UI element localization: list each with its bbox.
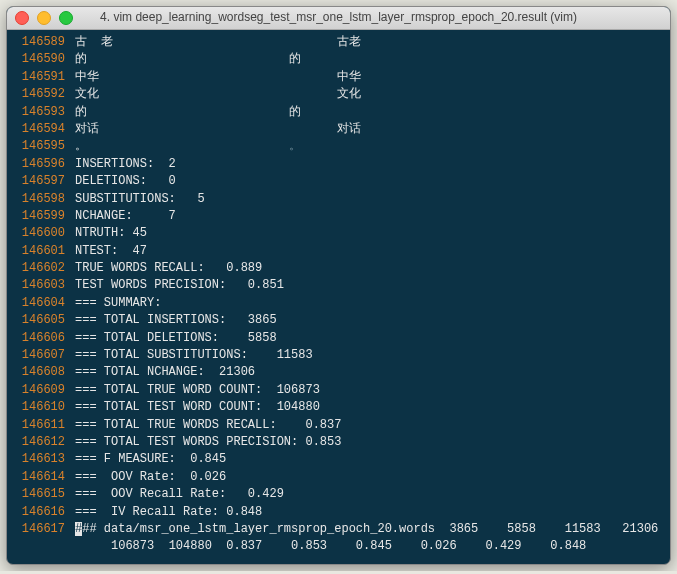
terminal-row: 146615=== OOV Recall Rate: 0.429 [7, 486, 670, 503]
line-content: 的 的 [75, 104, 670, 121]
terminal-row: 146617### data/msr_one_lstm_layer_rmspro… [7, 521, 670, 538]
close-icon[interactable] [15, 11, 29, 25]
line-content: === TOTAL INSERTIONS: 3865 [75, 312, 670, 329]
line-number: 146591 [7, 69, 75, 86]
terminal-content[interactable]: 146589古 老 古老146590的 的146591中华 中华146592文化… [7, 30, 670, 564]
line-number: 146604 [7, 295, 75, 312]
line-number: 146617 [7, 521, 75, 538]
terminal-row: 146599NCHANGE: 7 [7, 208, 670, 225]
line-content: === TOTAL TEST WORD COUNT: 104880 [75, 399, 670, 416]
minimize-icon[interactable] [37, 11, 51, 25]
terminal-row: 146606=== TOTAL DELETIONS: 5858 [7, 330, 670, 347]
terminal-row: 146616=== IV Recall Rate: 0.848 [7, 504, 670, 521]
terminal-row: 146594对话 对话 [7, 121, 670, 138]
line-number: 146595 [7, 138, 75, 155]
line-number: 146610 [7, 399, 75, 416]
text-segment: 古 老 古老 [75, 35, 361, 49]
terminal-row: 146591中华 中华 [7, 69, 670, 86]
text-segment: 的 的 [75, 52, 301, 66]
line-number: 146607 [7, 347, 75, 364]
line-content: 的 的 [75, 51, 670, 68]
text-segment: 106873 104880 0.837 0.853 0.845 0.026 0.… [111, 539, 586, 553]
line-content: INSERTIONS: 2 [75, 156, 670, 173]
text-segment: === F MEASURE: 0.845 [75, 452, 226, 466]
text-segment: TEST WORDS PRECISION: 0.851 [75, 278, 284, 292]
text-segment: === TOTAL TRUE WORDS RECALL: 0.837 [75, 418, 341, 432]
text-segment: === TOTAL TEST WORD COUNT: 104880 [75, 400, 320, 414]
line-content: === TOTAL DELETIONS: 5858 [75, 330, 670, 347]
titlebar: 4. vim deep_learning_wordseg_test_msr_on… [7, 7, 670, 30]
line-content: NTRUTH: 45 [75, 225, 670, 242]
text-segment: TRUE WORDS RECALL: 0.889 [75, 261, 262, 275]
window-controls [15, 11, 73, 25]
text-segment: NCHANGE: 7 [75, 209, 176, 223]
line-content: === OOV Rate: 0.026 [75, 469, 670, 486]
line-content: 古 老 古老 [75, 34, 670, 51]
line-content: === TOTAL TRUE WORD COUNT: 106873 [75, 382, 670, 399]
line-number: 146606 [7, 330, 75, 347]
text-segment: 。 [75, 139, 289, 153]
terminal-row: 146603TEST WORDS PRECISION: 0.851 [7, 277, 670, 294]
text-segment: === TOTAL SUBSTITUTIONS: 11583 [75, 348, 313, 362]
line-number: 146598 [7, 191, 75, 208]
line-number: 146615 [7, 486, 75, 503]
line-number: 146597 [7, 173, 75, 190]
text-segment: NTRUTH: 45 [75, 226, 147, 240]
terminal-row: 146602TRUE WORDS RECALL: 0.889 [7, 260, 670, 277]
line-content: 文化 文化 [75, 86, 670, 103]
text-segment-faint: 。 [289, 139, 301, 153]
line-content: NCHANGE: 7 [75, 208, 670, 225]
text-segment: DELETIONS: 0 [75, 174, 176, 188]
terminal-window: 4. vim deep_learning_wordseg_test_msr_on… [6, 6, 671, 565]
line-number: 146603 [7, 277, 75, 294]
text-segment: INSERTIONS: 2 [75, 157, 176, 171]
line-content: === IV Recall Rate: 0.848 [75, 504, 670, 521]
terminal-row: 146609=== TOTAL TRUE WORD COUNT: 106873 [7, 382, 670, 399]
terminal-row: 146610=== TOTAL TEST WORD COUNT: 104880 [7, 399, 670, 416]
line-content: 106873 104880 0.837 0.853 0.845 0.026 0.… [75, 538, 670, 555]
text-segment: ## data/msr_one_lstm_layer_rmsprop_epoch… [82, 522, 658, 536]
text-segment: === TOTAL TEST WORDS PRECISION: 0.853 [75, 435, 341, 449]
line-content: === TOTAL SUBSTITUTIONS: 11583 [75, 347, 670, 364]
line-number: 146602 [7, 260, 75, 277]
terminal-row: 146589古 老 古老 [7, 34, 670, 51]
terminal-row: 146595。 。 [7, 138, 670, 155]
line-content: === TOTAL TEST WORDS PRECISION: 0.853 [75, 434, 670, 451]
line-content: DELETIONS: 0 [75, 173, 670, 190]
line-content: === TOTAL NCHANGE: 21306 [75, 364, 670, 381]
text-segment: NTEST: 47 [75, 244, 147, 258]
line-content: === TOTAL TRUE WORDS RECALL: 0.837 [75, 417, 670, 434]
terminal-row: 146600NTRUTH: 45 [7, 225, 670, 242]
terminal-row: 106873 104880 0.837 0.853 0.845 0.026 0.… [7, 538, 670, 555]
text-segment: === SUMMARY: [75, 296, 161, 310]
text-segment: SUBSTITUTIONS: 5 [75, 192, 205, 206]
line-number: 146608 [7, 364, 75, 381]
line-content: TRUE WORDS RECALL: 0.889 [75, 260, 670, 277]
line-content: SUBSTITUTIONS: 5 [75, 191, 670, 208]
line-content: 。 。 [75, 138, 670, 155]
line-content: === SUMMARY: [75, 295, 670, 312]
text-segment: === OOV Recall Rate: 0.429 [75, 487, 284, 501]
window-title: 4. vim deep_learning_wordseg_test_msr_on… [7, 9, 670, 26]
line-content: === F MEASURE: 0.845 [75, 451, 670, 468]
line-content: === OOV Recall Rate: 0.429 [75, 486, 670, 503]
line-number: 146594 [7, 121, 75, 138]
terminal-row: 146613=== F MEASURE: 0.845 [7, 451, 670, 468]
line-number: 146592 [7, 86, 75, 103]
text-segment: === IV Recall Rate: 0.848 [75, 505, 262, 519]
terminal-row: 146598SUBSTITUTIONS: 5 [7, 191, 670, 208]
terminal-row: 146605=== TOTAL INSERTIONS: 3865 [7, 312, 670, 329]
line-number: 146613 [7, 451, 75, 468]
terminal-row: 146590的 的 [7, 51, 670, 68]
line-number: 146609 [7, 382, 75, 399]
line-content: TEST WORDS PRECISION: 0.851 [75, 277, 670, 294]
line-number: 146601 [7, 243, 75, 260]
terminal-row: 146607=== TOTAL SUBSTITUTIONS: 11583 [7, 347, 670, 364]
text-segment: === TOTAL TRUE WORD COUNT: 106873 [75, 383, 320, 397]
zoom-icon[interactable] [59, 11, 73, 25]
text-segment: === TOTAL DELETIONS: 5858 [75, 331, 277, 345]
terminal-row: 146596INSERTIONS: 2 [7, 156, 670, 173]
line-content: ### data/msr_one_lstm_layer_rmsprop_epoc… [75, 521, 670, 538]
text-segment: === TOTAL NCHANGE: 21306 [75, 365, 255, 379]
terminal-row: 146597DELETIONS: 0 [7, 173, 670, 190]
